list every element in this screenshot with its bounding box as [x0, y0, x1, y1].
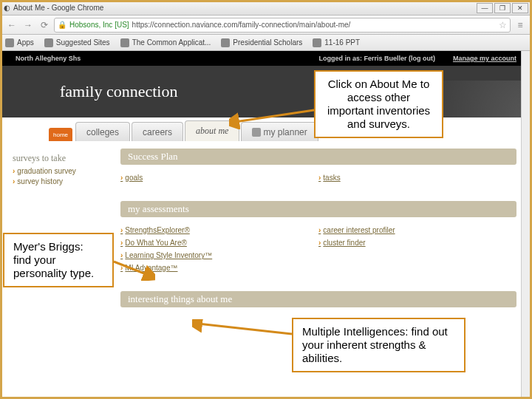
browser-toolbar: ← → ⟳ 🔒 Hobsons, Inc [US] https://connec… [1, 16, 531, 35]
link-tasks[interactable]: tasks [318, 174, 516, 182]
window-title: About Me - Google Chrome [13, 4, 103, 12]
lock-icon: 🔒 [58, 21, 66, 29]
link-career-profiler[interactable]: career interest profiler [318, 226, 516, 234]
logged-in-status[interactable]: Logged in as: Ferris Bueller (log out) [318, 55, 435, 62]
apps-icon [5, 38, 14, 47]
bookmark-commonapp[interactable]: The Common Applicat... [120, 38, 211, 47]
callout-myers-briggs: Myer's Briggs: find your personality typ… [3, 233, 114, 287]
arrow-to-mi [192, 319, 296, 341]
section-success-plan: Success Plan [120, 149, 516, 165]
back-button[interactable]: ← [5, 18, 18, 32]
chrome-icon: ◐ [4, 4, 10, 12]
bookmark-ppt[interactable]: 11-16 PPT [313, 38, 360, 47]
menu-button[interactable]: ≡ [514, 18, 527, 32]
svg-line-1 [235, 110, 314, 122]
arrow-to-dwya [111, 259, 155, 281]
svg-line-3 [114, 262, 148, 275]
address-bar[interactable]: 🔒 Hobsons, Inc [US] https://connection.n… [54, 18, 511, 33]
reload-button[interactable]: ⟳ [38, 18, 51, 32]
minimize-button[interactable]: — [477, 3, 493, 13]
tab-colleges[interactable]: colleges [75, 122, 130, 141]
school-name: North Allegheny Shs [16, 55, 81, 62]
brand-title: family connection [60, 82, 177, 101]
window-titlebar: ◐About Me - Google Chrome — ❐ ✕ [1, 1, 531, 16]
sidebar-heading: surveys to take [13, 153, 113, 164]
bookmark-star-icon[interactable]: ☆ [499, 20, 507, 30]
url-path: https://connection.naviance.com/family-c… [132, 21, 351, 29]
sidebar-link-history[interactable]: survey history [13, 177, 113, 185]
tab-home[interactable]: home [49, 128, 72, 141]
section-my-assessments: my assessments [120, 201, 516, 217]
callout-multiple-intelligences: Multiple Intelligences: find out your in… [292, 318, 466, 372]
manage-account-link[interactable]: Manage my account [453, 55, 516, 62]
page-icon [221, 38, 230, 47]
sidebar-link-graduation[interactable]: graduation survey [13, 167, 113, 175]
link-goals[interactable]: goals [120, 174, 318, 182]
page-icon [313, 38, 321, 47]
arrow-to-about-me [229, 107, 318, 129]
forward-button[interactable]: → [21, 18, 35, 32]
page-icon [120, 38, 129, 47]
bookmark-suggested[interactable]: Suggested Sites [44, 38, 110, 47]
maximize-button[interactable]: ❐ [494, 3, 511, 13]
callout-about-me: Click on About Me to access other import… [314, 70, 443, 138]
section-interesting-things: interesting things about me [120, 291, 516, 307]
url-host: Hobsons, Inc [US] [69, 21, 129, 29]
tab-careers[interactable]: careers [132, 122, 183, 141]
link-cluster-finder[interactable]: cluster finder [318, 239, 516, 247]
svg-line-5 [198, 324, 292, 334]
close-button[interactable]: ✕ [512, 3, 528, 13]
vertical-scrollbar[interactable] [521, 51, 531, 399]
bookmarks-bar: Apps Suggested Sites The Common Applicat… [1, 35, 531, 51]
folder-icon [44, 38, 53, 47]
site-topbar: North Allegheny Shs Logged in as: Ferris… [1, 51, 531, 66]
link-do-what-you-are[interactable]: Do What You Are® [120, 239, 318, 247]
bookmark-apps[interactable]: Apps [5, 38, 34, 47]
bookmark-scholars[interactable]: Presidential Scholars [221, 38, 302, 47]
link-strengths-explorer[interactable]: StrengthsExplorer® [120, 226, 318, 234]
